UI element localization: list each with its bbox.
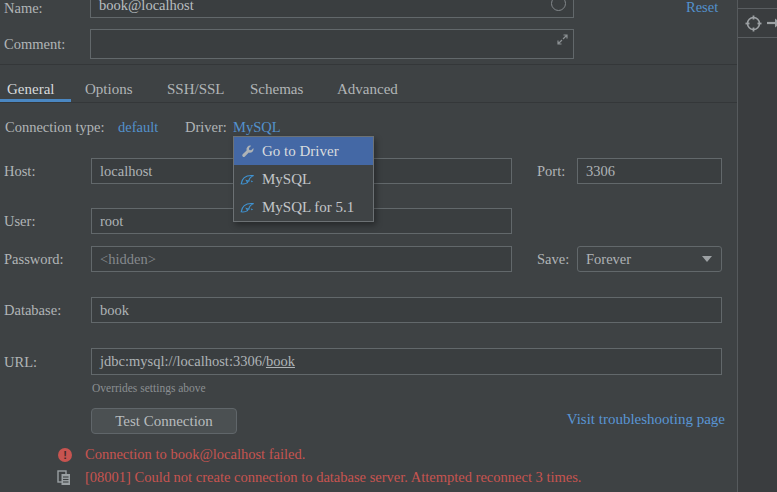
error-message-2: [08001] Could not create connection to d… [85,469,581,486]
comment-label: Comment: [4,36,65,53]
menu-item-label: MySQL for 5.1 [262,199,354,216]
database-input-value: book [100,302,129,319]
header-divider [0,64,737,65]
password-label: Password: [4,251,64,268]
database-input[interactable]: book [91,297,722,323]
password-input[interactable]: <hidden> [91,246,512,272]
menu-item-go-to-driver[interactable]: Go to Driver [234,137,373,165]
tab-options[interactable]: Options [85,81,133,98]
wrench-icon [240,144,255,159]
password-input-value: <hidden> [100,251,156,268]
user-label: User: [4,213,35,230]
port-label: Port: [537,163,565,180]
host-input-value: localhost [100,163,152,180]
name-input[interactable]: book@localhost [90,0,574,18]
error-message-1: Connection to book@localhost failed. [85,446,305,463]
tab-advanced[interactable]: Advanced [337,81,398,98]
test-connection-button[interactable]: Test Connection [91,408,237,434]
tab-general[interactable]: General [7,81,54,98]
driver-menu: Go to Driver MySQL MySQL for 5.1 [233,136,374,222]
name-input-value: book@localhost [99,0,194,14]
save-dropdown[interactable]: Forever [577,246,722,272]
copy-icon[interactable] [57,470,71,486]
menu-item-mysql[interactable]: MySQL [234,165,373,193]
driver-value-link[interactable]: MySQL [233,119,281,136]
menu-item-mysql-5-1[interactable]: MySQL for 5.1 [234,193,373,221]
url-input[interactable]: jdbc:mysql://localhost:3306/book [91,348,722,375]
troubleshooting-link[interactable]: Visit troubleshooting page [567,411,725,428]
tab-schemas[interactable]: Schemas [250,81,303,98]
tabs-divider [0,102,737,103]
right-edge-panel [737,0,777,492]
url-input-value-prefix: jdbc:mysql://localhost:3306/ [100,353,266,370]
mini-toolbar [738,8,777,38]
connection-type-label: Connection type: [5,119,104,136]
reset-link[interactable]: Reset [686,0,718,16]
url-input-value-database: book [266,353,295,370]
port-input-value: 3306 [586,163,615,180]
arrow-right-icon[interactable] [766,15,777,31]
connection-settings-panel: { "header": { "name_label": "Name:", "na… [0,0,777,492]
url-hint-text: Overrides settings above [92,382,206,394]
menu-item-label: Go to Driver [262,143,339,160]
spinner-icon [551,0,566,11]
driver-label: Driver: [185,119,227,136]
save-dropdown-value: Forever [586,251,631,268]
connection-type-value-link[interactable]: default [118,119,158,136]
name-label: Name: [4,0,43,17]
comment-input[interactable] [90,29,574,59]
expand-icon[interactable] [557,34,568,45]
user-input-value: root [100,213,123,230]
save-label: Save: [537,251,569,268]
locate-target-icon[interactable] [744,14,763,33]
mysql-dolphin-icon [240,172,255,187]
port-input[interactable]: 3306 [577,158,722,184]
host-label: Host: [4,163,35,180]
mysql-dolphin-icon [240,200,255,215]
database-label: Database: [4,302,61,319]
url-label: URL: [4,354,37,371]
tab-ssh-ssl[interactable]: SSH/SSL [167,81,225,98]
menu-item-label: MySQL [262,171,311,188]
chevron-down-icon [702,256,712,262]
error-icon: ! [58,448,72,462]
